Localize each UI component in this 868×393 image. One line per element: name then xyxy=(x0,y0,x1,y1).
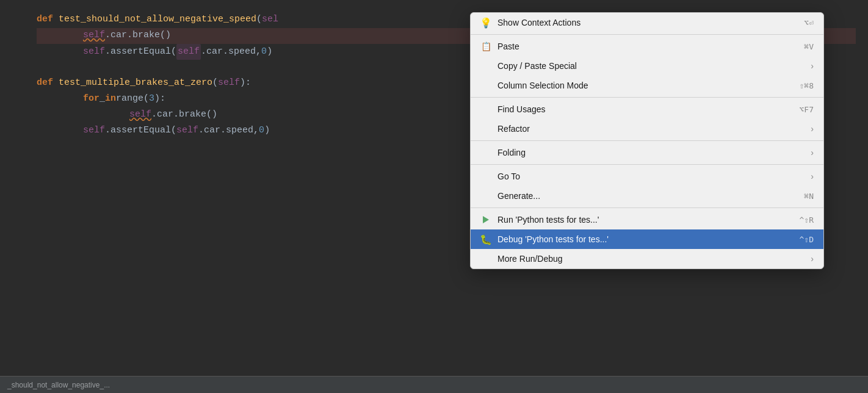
col-icon xyxy=(480,80,491,91)
keyword-def-2: def xyxy=(37,76,53,90)
refactor-icon xyxy=(480,123,491,134)
num-zero-1: 0 xyxy=(261,45,267,59)
debug-icon: 🐛 xyxy=(480,234,491,245)
for-var: _ xyxy=(99,92,105,106)
separator-3 xyxy=(471,140,823,141)
self-ref-2: self xyxy=(176,123,198,138)
goto-icon xyxy=(480,171,491,182)
car-speed-1: .car.speed, xyxy=(201,45,261,59)
dot-brake-2: .car.brake() xyxy=(151,107,217,122)
self-hl-1: self xyxy=(176,44,201,60)
paste-label: Paste xyxy=(497,41,519,51)
find-shortcut: ⌥F7 xyxy=(800,105,814,114)
assert-equal-1: .assertEqual( xyxy=(105,45,176,59)
menu-item-left-cps: Copy / Paste Special xyxy=(480,60,577,71)
refactor-arrow: › xyxy=(811,124,814,134)
main-container: def test_should_not_allow_negative_speed… xyxy=(0,0,868,393)
col-shortcut: ⇧⌘8 xyxy=(800,81,814,90)
self-assert1: self xyxy=(83,45,105,59)
menu-item-go-to[interactable]: Go To › xyxy=(471,167,823,186)
generate-icon xyxy=(480,190,491,201)
menu-item-left-paste: 📋 Paste xyxy=(480,41,519,52)
separator-1 xyxy=(471,34,823,35)
menu-item-refactor[interactable]: Refactor › xyxy=(471,119,823,139)
close-paren-2: ) xyxy=(264,123,270,138)
folding-icon xyxy=(480,147,491,158)
fn-paren: ( xyxy=(256,12,262,27)
refactor-label: Refactor xyxy=(497,124,530,134)
menu-item-left-folding: Folding xyxy=(480,147,526,158)
menu-item-left-generate: Generate... xyxy=(480,190,540,201)
car-speed-2: .car.speed, xyxy=(198,123,259,138)
menu-item-generate[interactable]: Generate... ⌘N xyxy=(471,186,823,206)
menu-item-left-col: Column Selection Mode xyxy=(480,80,588,91)
num-zero-2: 0 xyxy=(259,123,264,138)
context-menu: 💡 Show Context Actions ⌥⏎ 📋 Paste ⌘V Cop… xyxy=(470,12,824,269)
col-label: Column Selection Mode xyxy=(497,81,588,90)
cps-label: Copy / Paste Special xyxy=(497,61,577,71)
cps-icon xyxy=(480,60,491,71)
debug-shortcut: ^⇧D xyxy=(800,235,814,244)
goto-label: Go To xyxy=(497,171,520,181)
assert-equal-2: .assertEqual( xyxy=(105,123,176,138)
keyword-def: def xyxy=(37,12,53,27)
folding-label: Folding xyxy=(497,148,526,157)
keyword-for: for xyxy=(83,92,99,106)
range-close: ): xyxy=(154,92,165,106)
self-assert2: self xyxy=(83,123,105,138)
menu-item-debug[interactable]: 🐛 Debug 'Python tests for tes...' ^⇧D xyxy=(471,229,823,249)
find-icon xyxy=(480,104,491,115)
dot-brake: .car.brake() xyxy=(105,28,171,43)
paste-shortcut: ⌘V xyxy=(804,42,814,51)
debug-label: Debug 'Python tests for tes...' xyxy=(497,234,609,244)
self-brake-2: self xyxy=(129,107,151,122)
menu-item-left-run: Run 'Python tests for tes...' xyxy=(480,214,599,225)
menu-item-find-usages[interactable]: Find Usages ⌥F7 xyxy=(471,99,823,119)
menu-item-column-selection[interactable]: Column Selection Mode ⇧⌘8 xyxy=(471,76,823,95)
status-text: _should_not_allow_negative_... xyxy=(7,381,110,389)
goto-arrow: › xyxy=(811,171,814,181)
separator-2 xyxy=(471,97,823,98)
status-bar: _should_not_allow_negative_... xyxy=(0,376,868,393)
more-run-icon xyxy=(480,253,491,264)
menu-item-folding[interactable]: Folding › xyxy=(471,143,823,162)
folding-arrow: › xyxy=(811,148,814,157)
run-shortcut: ^⇧R xyxy=(800,215,814,225)
run-triangle xyxy=(483,216,489,223)
clipboard-icon: 📋 xyxy=(480,41,491,52)
close-paren-1: ) xyxy=(267,45,272,59)
keyword-in: in xyxy=(105,92,116,106)
menu-item-left-goto: Go To xyxy=(480,171,520,182)
more-run-arrow: › xyxy=(811,254,814,264)
menu-item-more-run-debug[interactable]: More Run/Debug › xyxy=(471,249,823,269)
self-ref: sel xyxy=(262,12,278,27)
separator-4 xyxy=(471,164,823,165)
menu-item-left-find: Find Usages xyxy=(480,104,546,115)
fn-name-2: test_multiple_brakes_at_zero xyxy=(59,76,212,90)
run-label: Run 'Python tests for tes...' xyxy=(497,215,599,225)
menu-item-run[interactable]: Run 'Python tests for tes...' ^⇧R xyxy=(471,210,823,229)
menu-item-left-refactor: Refactor xyxy=(480,123,530,134)
fn-paren-2: ( xyxy=(212,76,218,90)
menu-item-left-more: More Run/Debug xyxy=(480,253,563,264)
find-label: Find Usages xyxy=(497,104,546,114)
self-brake: self xyxy=(83,28,105,43)
menu-item-left-context: 💡 Show Context Actions xyxy=(480,17,580,28)
context-actions-label: Show Context Actions xyxy=(497,18,580,27)
menu-item-show-context-actions[interactable]: 💡 Show Context Actions ⌥⏎ xyxy=(471,13,823,32)
num-3: 3 xyxy=(149,92,154,106)
cps-arrow: › xyxy=(811,61,814,71)
menu-item-copy-paste-special[interactable]: Copy / Paste Special › xyxy=(471,56,823,76)
fn-name-1: test_should_not_allow_negative_speed xyxy=(59,12,256,27)
self-param-2: self xyxy=(218,76,240,90)
run-icon xyxy=(480,214,491,225)
bulb-icon: 💡 xyxy=(480,17,491,28)
generate-label: Generate... xyxy=(497,191,540,201)
range-call: range( xyxy=(116,92,149,106)
context-actions-shortcut: ⌥⏎ xyxy=(804,18,814,27)
fn-close-2: ): xyxy=(240,76,251,90)
generate-shortcut: ⌘N xyxy=(804,192,814,201)
separator-5 xyxy=(471,207,823,208)
more-run-label: More Run/Debug xyxy=(497,254,563,264)
menu-item-paste[interactable]: 📋 Paste ⌘V xyxy=(471,37,823,56)
